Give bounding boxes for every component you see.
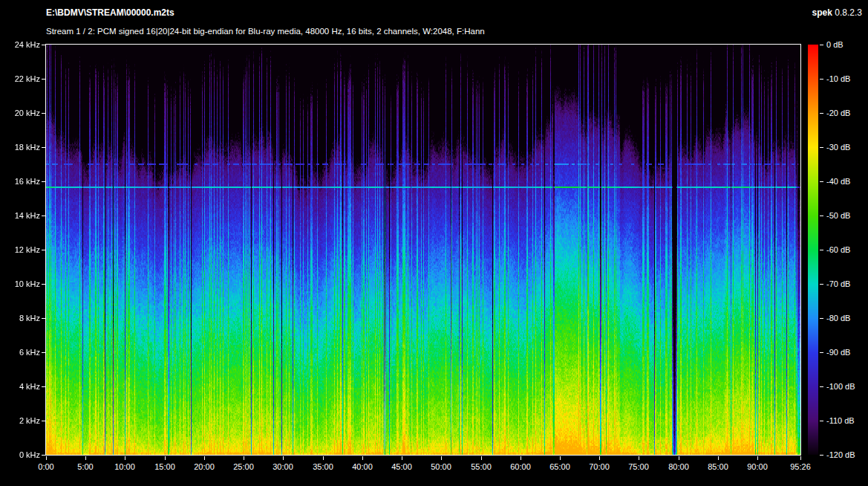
time-tick-label: 20:00 <box>188 463 221 471</box>
frequency-tick-label: 14 kHz <box>7 212 40 220</box>
frequency-tick <box>42 147 45 148</box>
db-tick <box>820 113 823 114</box>
time-tick <box>402 456 402 460</box>
frequency-tick-label: 10 kHz <box>7 280 40 288</box>
time-tick <box>560 456 561 460</box>
time-tick <box>521 456 521 460</box>
time-tick <box>85 456 86 460</box>
frequency-tick-label: 20 kHz <box>7 109 40 117</box>
frequency-tick <box>42 318 45 319</box>
db-tick <box>820 455 823 456</box>
time-tick-label: 5:00 <box>69 463 102 471</box>
file-path-title: E:\BDMV\STREAM\00000.m2ts <box>46 7 174 18</box>
frequency-tick <box>42 250 45 250</box>
db-tick <box>820 45 823 45</box>
frequency-tick-label: 16 kHz <box>7 178 40 186</box>
db-tick-label: -50 dB <box>826 212 868 220</box>
db-tick <box>820 181 823 182</box>
db-tick <box>820 318 823 319</box>
time-tick <box>679 456 679 460</box>
db-tick-label: -30 dB <box>826 143 868 152</box>
frequency-tick <box>42 455 45 456</box>
time-tick-label: 35:00 <box>307 463 339 471</box>
db-tick <box>820 250 823 250</box>
stream-info-label: Stream 1 / 2: PCM signed 16|20|24-bit bi… <box>46 27 485 36</box>
time-tick <box>800 456 801 460</box>
time-tick-label: 75:00 <box>622 463 655 471</box>
time-tick <box>204 456 205 460</box>
frequency-tick <box>42 79 45 80</box>
time-tick-label: 45:00 <box>385 463 418 471</box>
frequency-tick <box>42 45 45 45</box>
time-tick-label: 55:00 <box>465 463 497 471</box>
time-tick-label: 25:00 <box>227 463 260 471</box>
frequency-tick-label: 24 kHz <box>7 41 40 49</box>
frequency-tick <box>42 386 45 387</box>
db-tick <box>820 147 823 148</box>
time-tick-label: 30:00 <box>267 463 299 471</box>
time-tick <box>718 456 719 460</box>
time-tick-label: 0:00 <box>30 463 62 471</box>
db-tick-label: -20 dB <box>826 109 868 117</box>
frequency-tick <box>42 113 45 114</box>
spectrogram-canvas <box>46 45 800 455</box>
app-name: spek <box>812 7 832 18</box>
app-version: 0.8.2.3 <box>835 7 862 18</box>
db-tick-label: -10 dB <box>826 75 868 83</box>
db-tick-label: -60 dB <box>826 246 868 254</box>
db-tick-label: -70 dB <box>826 280 868 288</box>
time-tick-label: 15:00 <box>149 463 181 471</box>
db-tick <box>820 386 823 387</box>
time-tick-label: 40:00 <box>346 463 379 471</box>
frequency-tick <box>42 181 45 182</box>
time-tick <box>481 456 482 460</box>
db-tick-label: -120 dB <box>826 451 868 459</box>
db-tick-label: -100 dB <box>826 383 868 391</box>
spectrogram-plot-frame <box>45 44 801 456</box>
db-tick-label: 0 dB <box>826 41 868 49</box>
frequency-tick <box>42 352 45 353</box>
db-tick-label: -90 dB <box>826 349 868 357</box>
time-tick <box>244 456 244 460</box>
db-tick-label: -40 dB <box>826 178 868 186</box>
time-tick-label: 50:00 <box>425 463 457 471</box>
db-tick-label: -80 dB <box>826 314 868 323</box>
time-tick-label: 65:00 <box>544 463 576 471</box>
time-tick <box>125 456 125 460</box>
time-tick <box>757 456 758 460</box>
time-tick <box>362 456 363 460</box>
time-tick <box>599 456 600 460</box>
time-tick-label: 60:00 <box>504 463 537 471</box>
time-tick-label: 85:00 <box>702 463 734 471</box>
time-tick-label: 95:26 <box>784 463 817 471</box>
frequency-tick-label: 4 kHz <box>7 383 40 391</box>
time-tick <box>441 456 442 460</box>
time-tick-label: 10:00 <box>108 463 141 471</box>
db-tick <box>820 79 823 80</box>
frequency-tick-label: 8 kHz <box>7 314 40 323</box>
db-tick <box>820 216 823 216</box>
colorbar-gradient <box>808 45 818 455</box>
frequency-tick-label: 6 kHz <box>7 349 40 357</box>
time-tick-label: 90:00 <box>741 463 774 471</box>
frequency-tick-label: 22 kHz <box>7 75 40 83</box>
time-tick <box>323 456 324 460</box>
time-tick-label: 70:00 <box>583 463 616 471</box>
frequency-tick-label: 2 kHz <box>7 417 40 425</box>
time-tick-label: 80:00 <box>662 463 695 471</box>
db-tick <box>820 284 823 285</box>
frequency-tick-label: 12 kHz <box>7 246 40 254</box>
db-tick <box>820 421 823 421</box>
spek-window: E:\BDMV\STREAM\00000.m2ts spek 0.8.2.3 S… <box>0 0 868 486</box>
time-tick <box>283 456 284 460</box>
time-tick <box>639 456 639 460</box>
time-tick <box>165 456 166 460</box>
db-tick <box>820 352 823 353</box>
frequency-tick <box>42 421 45 421</box>
time-tick <box>46 456 47 460</box>
app-version-label: spek 0.8.2.3 <box>812 7 862 18</box>
frequency-tick <box>42 284 45 285</box>
db-tick-label: -110 dB <box>826 417 868 425</box>
frequency-tick-label: 18 kHz <box>7 143 40 152</box>
frequency-tick <box>42 216 45 216</box>
